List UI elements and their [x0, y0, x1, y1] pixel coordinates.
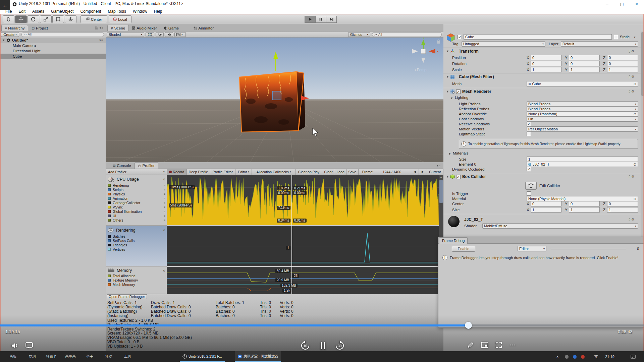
menu-window[interactable]: Window [129, 9, 151, 14]
pause-button[interactable] [315, 16, 326, 23]
move-tool-icon[interactable] [15, 15, 27, 23]
hierarchy-search-input[interactable]: ⌕▾All [21, 32, 104, 37]
minimize-button[interactable]: ─ [600, 0, 614, 8]
module-memory[interactable]: Memory✕ Total AllocatedTexture MemoryMes… [106, 267, 167, 294]
collider-material-field[interactable]: None (Physic Material)⊙ [527, 196, 638, 201]
tab-profiler[interactable]: ◷Profiler [135, 162, 158, 169]
tray-clock[interactable]: 21:19 [602, 351, 617, 362]
player-danmaku-button[interactable] [25, 341, 34, 350]
scene-audio-toggle[interactable] [165, 32, 173, 37]
lock-icon[interactable] [95, 26, 98, 30]
legend-garbagecollector[interactable]: GarbageCollector≡ [106, 200, 167, 205]
taskbar-item-0[interactable]: 画板 [5, 351, 21, 362]
transform-position-z-field[interactable]: 0 [607, 55, 638, 60]
tab-console[interactable]: ▤Console [109, 163, 135, 169]
object-picker-icon[interactable]: ⊙ [634, 82, 636, 86]
tray-notification-icon[interactable] [629, 351, 637, 362]
panel-menu-icon[interactable]: ▾≡ [100, 26, 104, 29]
foldout-icon[interactable]: ▼ [0, 39, 6, 42]
clear-on-play-button[interactable]: Clear on Play [296, 169, 322, 175]
profile-editor-button[interactable]: Profile Editor [210, 169, 235, 175]
record-button[interactable]: Record [167, 169, 187, 175]
create-button[interactable]: Create▾ [1, 32, 19, 37]
deep-profile-button[interactable]: Deep Profile [187, 169, 210, 175]
materials-size-field[interactable]: 1 [527, 157, 638, 162]
scene-lighting-toggle[interactable] [156, 32, 164, 37]
collider-size-z-field[interactable]: 1 [607, 207, 638, 213]
memory-chart[interactable] [167, 267, 439, 294]
hand-tool-icon[interactable] [3, 15, 14, 23]
scale-tool-icon[interactable] [40, 15, 52, 23]
legend-global-illumination[interactable]: Global Illumination≡ [106, 209, 167, 214]
drag-handle-icon[interactable]: ≡ [164, 197, 165, 200]
drag-handle-icon[interactable]: ≡ [164, 219, 165, 222]
menu-component[interactable]: Component [77, 9, 104, 14]
maximize-button[interactable]: ▢ [614, 0, 629, 8]
active-checkbox[interactable]: ✓ [458, 35, 462, 39]
shading-mode-dropdown[interactable]: Shaded▾ [107, 32, 144, 37]
collider-center-y-field[interactable]: 0 [569, 201, 600, 206]
lighting-section-label[interactable]: Lighting [455, 96, 468, 100]
menu-help[interactable]: Help [151, 9, 166, 14]
menu-map-tools[interactable]: Map Tools [104, 9, 129, 14]
scene-search-input[interactable]: ⌕▾All [372, 32, 442, 37]
motion-vectors-dropdown[interactable]: Per Object Motion▾ [527, 126, 638, 132]
tray-icon-2[interactable] [572, 351, 578, 362]
scene-effects-toggle[interactable]: ▾ [174, 32, 186, 37]
skip-forward-button[interactable]: 30 [334, 340, 345, 351]
layer-dropdown[interactable]: Default▾ [561, 41, 638, 47]
current-frame-button[interactable]: Current [427, 169, 443, 175]
taskbar-item-3[interactable]: 画中画 [62, 351, 79, 362]
shader-dropdown[interactable]: Mobile/Diffuse▾ [482, 223, 638, 229]
cpu-chart[interactable] [167, 175, 439, 225]
drag-handle-icon[interactable]: ≡ [164, 192, 165, 196]
help-gear-icons[interactable]: ▯ ⚙ [629, 89, 634, 93]
receive-shadows-checkbox[interactable]: ✓ [527, 122, 531, 126]
drag-handle-icon[interactable]: ≡ [164, 188, 165, 191]
rendering-chart[interactable] [167, 226, 439, 266]
fd-enable-button[interactable]: Enable [452, 246, 475, 252]
tag-dropdown[interactable]: Untagged▾ [462, 41, 545, 47]
legend-rendering[interactable]: Rendering≡ [106, 183, 167, 187]
object-picker-icon[interactable]: ⊙ [634, 163, 636, 166]
legend-mesh-memory[interactable]: Mesh Memory [106, 282, 167, 287]
legend-vertices[interactable]: Vertices [106, 247, 167, 251]
add-profiler-dropdown[interactable]: Add Profiler▾ [106, 169, 167, 175]
lightmap-static-checkbox[interactable] [527, 132, 531, 136]
tray-icon-1[interactable] [564, 351, 570, 362]
mesh-filter-title[interactable]: Cube (Mesh Filter) [459, 74, 494, 79]
close-icon[interactable]: ✕ [163, 178, 165, 181]
legend-animation[interactable]: Animation≡ [106, 196, 167, 200]
scene-viewport[interactable]: y x ‹ Persp [106, 38, 443, 162]
material-preview-sphere[interactable] [448, 216, 460, 227]
help-gear-icons[interactable]: ▯ ⚙ [629, 49, 634, 53]
object-picker-icon[interactable]: ⊙ [634, 197, 636, 201]
module-rendering[interactable]: Rendering✕ BatchesSetPass CallsTriangles… [106, 226, 167, 266]
is-trigger-checkbox[interactable] [527, 191, 531, 196]
cast-shadows-dropdown[interactable]: On▾ [527, 116, 638, 122]
collider-size-x-field[interactable]: 1 [531, 207, 561, 213]
transform-rotation-y-field[interactable]: 0 [569, 61, 600, 66]
transform-rotation-z-field[interactable]: 0 [607, 61, 638, 66]
player-timeline-handle[interactable] [465, 322, 472, 329]
pivot-toggle-button[interactable]: Center [80, 15, 107, 23]
anchor-override-field[interactable]: None (Transform)⊙ [527, 111, 638, 117]
editor-dropdown[interactable]: Editor▾ [235, 169, 252, 175]
panel-menu-icon[interactable]: ▾≡ [437, 164, 441, 167]
play-button[interactable] [305, 16, 315, 23]
hierarchy-item-directional-light[interactable]: Directional Light [0, 48, 106, 54]
player-pip-button[interactable] [480, 341, 489, 349]
drag-handle-icon[interactable]: ≡ [164, 210, 165, 213]
mesh-renderer-title[interactable]: Mesh Renderer [462, 89, 491, 94]
transform-scale-y-field[interactable]: 1 [569, 67, 600, 72]
hierarchy-item-main-camera[interactable]: Main Camera [0, 43, 106, 48]
transform-scale-z-field[interactable]: 1 [607, 67, 638, 72]
legend-total-allocated[interactable]: Total Allocated [106, 274, 167, 278]
frame-debug-titlebar[interactable]: Frame Debug [438, 237, 644, 244]
prev-frame-button[interactable]: ◀ [411, 169, 419, 175]
transform-position-y-field[interactable]: 0 [569, 55, 600, 60]
dynamic-occluded-checkbox[interactable]: ✓ [527, 167, 531, 171]
collider-center-z-field[interactable]: 0 [607, 201, 638, 206]
player-pause-button[interactable] [318, 340, 328, 351]
player-fullscreen-button[interactable] [494, 341, 503, 349]
